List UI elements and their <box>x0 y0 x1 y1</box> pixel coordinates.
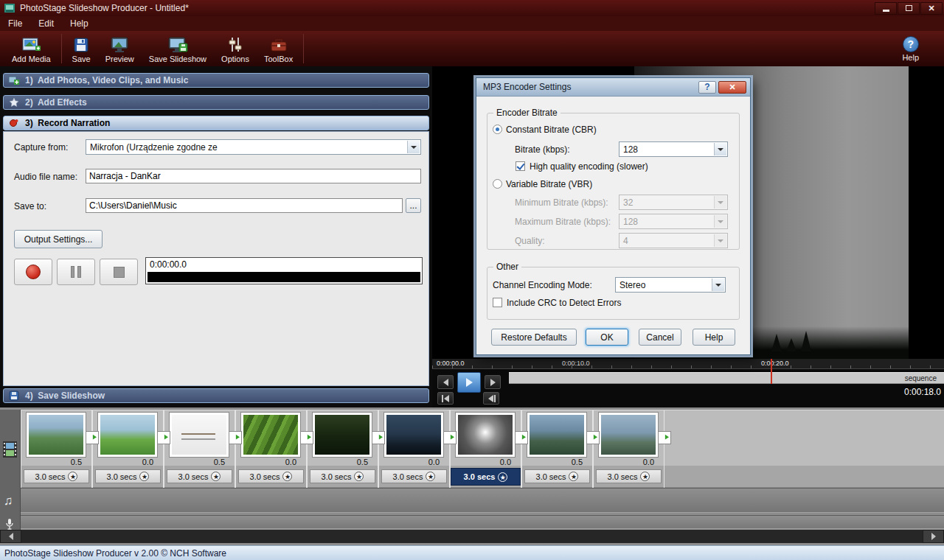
clip-thumbnail[interactable] <box>27 413 86 457</box>
clip-duration-label[interactable]: 3.0 secs ★ <box>524 469 590 483</box>
other-group: Other <box>487 267 740 320</box>
vbr-label[interactable]: Variable Bitrate (VBR) <box>506 179 592 189</box>
level-meter <box>148 272 420 282</box>
playhead-line[interactable] <box>771 359 772 384</box>
bitrate-select[interactable]: 128 <box>619 141 728 157</box>
star-icon: ★ <box>139 472 149 481</box>
clip-duration-label[interactable]: 3.0 secs ★ <box>167 469 232 483</box>
clip-thumbnail[interactable] <box>456 413 515 457</box>
storyboard-clip[interactable]: 3.0 secs ★ 0.5 <box>164 410 235 488</box>
high-quality-label[interactable]: High quality encoding (slower) <box>530 161 648 172</box>
step3-header[interactable]: 3) Record Narration <box>3 116 429 130</box>
output-settings-button[interactable]: Output Settings... <box>14 230 103 248</box>
save-slideshow-button[interactable]: Save Slideshow <box>142 32 214 66</box>
crc-checkbox[interactable] <box>493 298 502 307</box>
dialog-close-button[interactable]: ✕ <box>718 81 746 94</box>
close-button[interactable]: ✕ <box>920 2 943 15</box>
transition-arrow-icon[interactable] <box>300 431 313 444</box>
max-bitrate-select[interactable]: 128 <box>619 214 728 229</box>
toolbar-separator <box>61 34 62 63</box>
storyboard-clip[interactable]: 3.0 secs ★ 0.5 <box>21 410 92 488</box>
clip-thumbnail[interactable] <box>241 413 300 457</box>
storyboard-clip[interactable]: 3.0 secs ★ 0.0 <box>593 410 664 488</box>
clip-thumbnail[interactable] <box>384 413 443 457</box>
cbr-label[interactable]: Constant Bitrate (CBR) <box>506 125 597 135</box>
transition-arrow-icon[interactable] <box>515 431 528 444</box>
timeline-ruler[interactable]: 0:00:00.0 0:00:10.0 0:00:20.0 <box>432 359 944 369</box>
clip-duration-label[interactable]: 3.0 secs ★ <box>24 469 89 483</box>
scroll-right-button[interactable] <box>923 530 944 543</box>
previous-frame-button[interactable] <box>437 375 454 389</box>
crc-label[interactable]: Include CRC to Detect Errors <box>507 298 621 308</box>
options-button[interactable]: Options <box>214 32 257 66</box>
pause-button[interactable] <box>57 259 95 285</box>
clip-duration-label[interactable]: 3.0 secs ★ <box>596 469 662 483</box>
transition-arrow-icon[interactable] <box>586 431 600 444</box>
preview-button[interactable]: Preview <box>98 32 142 66</box>
cancel-button[interactable]: Cancel <box>639 329 681 346</box>
clip-thumbnail[interactable] <box>313 413 372 457</box>
go-to-end-button[interactable] <box>483 392 499 405</box>
play-button[interactable] <box>457 372 481 393</box>
stop-button[interactable] <box>100 259 138 285</box>
storyboard-clip[interactable]: 3.0 secs ★ 0.5 <box>307 410 378 488</box>
clip-duration-label[interactable]: 3.0 secs ★ <box>310 469 375 483</box>
save-to-input[interactable] <box>86 198 403 213</box>
go-to-start-button[interactable] <box>437 392 454 405</box>
high-quality-checkbox[interactable] <box>516 161 525 171</box>
quality-select[interactable]: 4 <box>619 233 728 248</box>
horizontal-scrollbar[interactable] <box>0 530 944 543</box>
music-track[interactable] <box>21 488 944 513</box>
clip-duration-label[interactable]: 3.0 secs ★ <box>451 468 521 486</box>
transition-arrow-icon[interactable] <box>86 431 99 444</box>
storyboard-clip[interactable]: 3.0 secs ★ 0.0 <box>378 410 450 488</box>
minimize-button[interactable] <box>875 2 897 15</box>
browse-button[interactable]: ... <box>406 198 421 213</box>
menu-file[interactable]: File <box>0 16 30 31</box>
tree-silhouette <box>786 338 796 351</box>
transition-arrow-icon[interactable] <box>229 431 242 444</box>
dialog-help-text-button[interactable]: Help <box>693 329 735 346</box>
clip-thumbnail[interactable] <box>527 413 586 457</box>
transition-arrow-icon[interactable] <box>157 431 170 444</box>
storyboard-clip[interactable]: 3.0 secs ★ 0.5 <box>521 410 593 488</box>
restore-defaults-button[interactable]: Restore Defaults <box>491 329 577 346</box>
step1-header[interactable]: 1) Add Photos, Video Clips, and Music <box>3 73 429 88</box>
record-button[interactable] <box>14 259 52 285</box>
clip-duration-label[interactable]: 3.0 secs ★ <box>381 469 447 483</box>
storyboard-clip[interactable]: 3.0 secs ★ 0.0 <box>92 410 164 488</box>
dialog-help-button[interactable]: ? <box>698 81 716 94</box>
step2-header[interactable]: 2) Add Effects <box>3 95 429 110</box>
dialog-title-bar[interactable]: MP3 Encoder Settings ? ✕ <box>476 78 750 97</box>
add-media-button[interactable]: Add Media <box>4 32 58 66</box>
transition-arrow-icon[interactable] <box>443 431 457 444</box>
scroll-left-button[interactable] <box>0 530 21 543</box>
audio-file-name-input[interactable] <box>86 169 421 183</box>
transition-arrow-icon[interactable] <box>658 431 671 444</box>
storyboard-clip-selected[interactable]: 3.0 secs ★ 0.0 <box>450 410 521 488</box>
save-to-label: Save to: <box>14 201 46 211</box>
vbr-radio[interactable] <box>493 179 502 189</box>
narration-track[interactable] <box>21 515 944 529</box>
next-frame-button[interactable] <box>485 375 501 389</box>
cbr-radio[interactable] <box>493 125 502 134</box>
clip-duration-label[interactable]: 3.0 secs ★ <box>95 469 161 483</box>
save-button[interactable]: Save <box>65 32 98 66</box>
maximize-button[interactable] <box>898 2 920 15</box>
toolbox-button[interactable]: ToolBox <box>257 32 300 66</box>
clip-thumbnail[interactable] <box>170 413 229 457</box>
clip-duration-label[interactable]: 3.0 secs ★ <box>238 469 304 483</box>
sequence-track-strip[interactable]: sequence <box>509 372 944 384</box>
storyboard-clip[interactable]: 3.0 secs ★ 0.0 <box>235 410 307 488</box>
clip-thumbnail[interactable] <box>599 413 658 457</box>
channel-mode-select[interactable]: Stereo <box>615 277 726 293</box>
transition-arrow-icon[interactable] <box>372 431 385 444</box>
clip-thumbnail[interactable] <box>98 413 157 457</box>
min-bitrate-select[interactable]: 32 <box>619 195 728 210</box>
menu-help[interactable]: Help <box>62 16 97 31</box>
capture-from-select[interactable]: Mikrofon (Urządzenie zgodne ze <box>86 139 421 155</box>
ok-button[interactable]: OK <box>586 329 628 346</box>
menu-edit[interactable]: Edit <box>30 16 62 31</box>
help-button[interactable]: ? Help <box>895 32 926 66</box>
step4-header[interactable]: 4) Save Slideshow <box>3 388 429 403</box>
